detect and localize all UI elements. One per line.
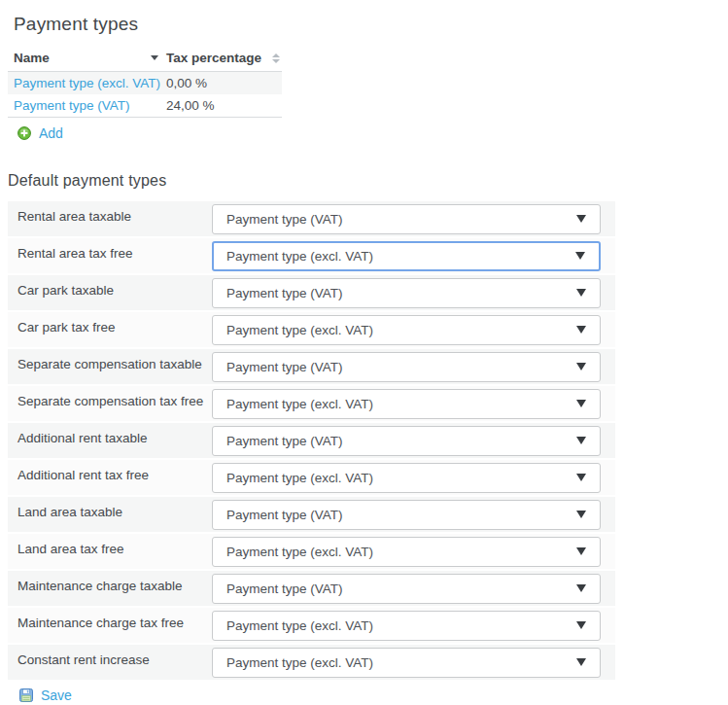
default-payment-row: Maintenance charge taxable Payment type … <box>8 571 615 606</box>
default-payment-row: Land area taxable Payment type (VAT) <box>8 497 615 532</box>
table-body: Payment type (excl. VAT) 0,00 % Payment … <box>8 72 282 118</box>
payment-type-link[interactable]: Payment type (VAT) <box>14 98 130 113</box>
column-header-tax-label: Tax percentage <box>166 51 261 65</box>
default-payment-row: Separate compensation tax free Payment t… <box>8 386 615 421</box>
add-button[interactable]: Add <box>17 125 63 141</box>
select-value: Payment type (VAT) <box>226 360 343 374</box>
default-payment-label: Car park tax free <box>8 312 212 347</box>
default-payment-row: Rental area taxable Payment type (VAT) <box>8 201 615 236</box>
select-value: Payment type (excl. VAT) <box>226 397 373 411</box>
section-title-default-payment-types: Default payment types <box>8 172 728 190</box>
default-payment-label: Land area tax free <box>8 534 212 569</box>
default-payment-row: Maintenance charge tax free Payment type… <box>8 608 615 643</box>
table-row: Payment type (VAT) 24,00 % <box>8 94 282 117</box>
add-icon <box>17 126 31 140</box>
payment-type-select[interactable]: Payment type (excl. VAT) <box>212 611 601 641</box>
caret-down-icon <box>576 400 586 407</box>
caret-down-icon <box>576 658 586 666</box>
save-button[interactable]: Save <box>19 687 72 703</box>
select-value: Payment type (excl. VAT) <box>226 249 373 264</box>
select-value: Payment type (excl. VAT) <box>226 471 373 485</box>
select-value: Payment type (excl. VAT) <box>226 323 373 337</box>
default-payment-row: Additional rent taxable Payment type (VA… <box>8 423 615 458</box>
default-payment-label: Separate compensation tax free <box>8 386 212 421</box>
caret-down-icon <box>576 437 586 444</box>
default-payment-row: Car park taxable Payment type (VAT) <box>8 275 615 310</box>
select-value: Payment type (VAT) <box>226 434 343 448</box>
column-header-name-label: Name <box>14 51 50 65</box>
save-button-label: Save <box>41 687 72 703</box>
select-value: Payment type (excl. VAT) <box>226 618 373 633</box>
payment-type-select[interactable]: Payment type (excl. VAT) <box>212 315 601 345</box>
table-row: Payment type (excl. VAT) 0,00 % <box>8 72 282 94</box>
caret-down-icon <box>576 289 586 297</box>
payment-type-select[interactable]: Payment type (excl. VAT) <box>212 648 601 678</box>
default-payment-row: Separate compensation taxable Payment ty… <box>8 349 615 384</box>
select-value: Payment type (excl. VAT) <box>226 545 373 559</box>
default-payment-row: Constant rent increase Payment type (exc… <box>8 645 615 680</box>
table-header-row: Name Tax percentage <box>8 47 282 72</box>
default-payment-label: Land area taxable <box>8 497 212 532</box>
payment-type-link[interactable]: Payment type (excl. VAT) <box>14 76 160 90</box>
default-payment-label: Rental area tax free <box>8 238 212 273</box>
table-cell-name: Payment type (VAT) <box>8 98 166 113</box>
select-value: Payment type (VAT) <box>226 508 343 522</box>
sort-icon <box>272 53 280 63</box>
default-payment-row: Land area tax free Payment type (excl. V… <box>8 534 615 569</box>
payment-type-select[interactable]: Payment type (VAT) <box>212 278 601 308</box>
column-header-tax-percentage[interactable]: Tax percentage <box>166 51 282 65</box>
default-payment-label: Maintenance charge tax free <box>8 608 212 643</box>
tax-percentage-value: 24,00 % <box>166 98 215 113</box>
payment-type-select[interactable]: Payment type (VAT) <box>212 500 601 530</box>
payment-type-select[interactable]: Payment type (excl. VAT) <box>212 463 601 493</box>
add-button-label: Add <box>39 125 63 141</box>
default-payment-label: Additional rent taxable <box>8 423 212 458</box>
caret-down-icon <box>576 621 586 629</box>
payment-type-select[interactable]: Payment type (VAT) <box>212 426 601 456</box>
payment-types-table: Name Tax percentage Payment type (excl. … <box>8 47 282 118</box>
caret-down-icon <box>576 215 586 223</box>
caret-down-icon <box>576 474 586 481</box>
default-payment-types-list: Rental area taxable Payment type (VAT) R… <box>8 201 728 680</box>
select-value: Payment type (VAT) <box>226 582 343 596</box>
select-value: Payment type (excl. VAT) <box>226 655 373 670</box>
default-payment-row: Car park tax free Payment type (excl. VA… <box>8 312 615 347</box>
sort-desc-icon <box>151 55 158 60</box>
payment-type-select[interactable]: Payment type (VAT) <box>212 352 601 382</box>
caret-down-icon <box>576 363 586 370</box>
tax-percentage-value: 0,00 % <box>166 76 207 90</box>
default-payment-label: Rental area taxable <box>8 201 212 236</box>
payment-type-select[interactable]: Payment type (excl. VAT) <box>212 537 601 567</box>
payment-type-select[interactable]: Payment type (excl. VAT) <box>212 241 601 271</box>
caret-down-icon <box>575 252 585 260</box>
column-header-name[interactable]: Name <box>8 51 166 65</box>
payment-type-select[interactable]: Payment type (VAT) <box>212 574 601 604</box>
payment-type-select[interactable]: Payment type (VAT) <box>212 204 601 234</box>
caret-down-icon <box>576 326 586 334</box>
table-cell-name: Payment type (excl. VAT) <box>8 76 166 90</box>
page-title: Payment types <box>14 14 728 35</box>
select-value: Payment type (VAT) <box>226 212 343 227</box>
caret-down-icon <box>576 511 586 518</box>
default-payment-label: Separate compensation taxable <box>8 349 212 384</box>
payment-types-page: Payment types Name Tax percentage Paymen… <box>0 14 728 705</box>
save-icon <box>19 688 33 702</box>
default-payment-label: Constant rent increase <box>8 645 212 680</box>
caret-down-icon <box>576 584 586 592</box>
caret-down-icon <box>576 547 586 555</box>
default-payment-row: Rental area tax free Payment type (excl.… <box>8 238 615 273</box>
default-payment-label: Car park taxable <box>8 275 212 310</box>
payment-type-select[interactable]: Payment type (excl. VAT) <box>212 389 601 419</box>
default-payment-label: Additional rent tax free <box>8 460 212 495</box>
default-payment-row: Additional rent tax free Payment type (e… <box>8 460 615 495</box>
select-value: Payment type (VAT) <box>226 286 343 300</box>
default-payment-label: Maintenance charge taxable <box>8 571 212 606</box>
